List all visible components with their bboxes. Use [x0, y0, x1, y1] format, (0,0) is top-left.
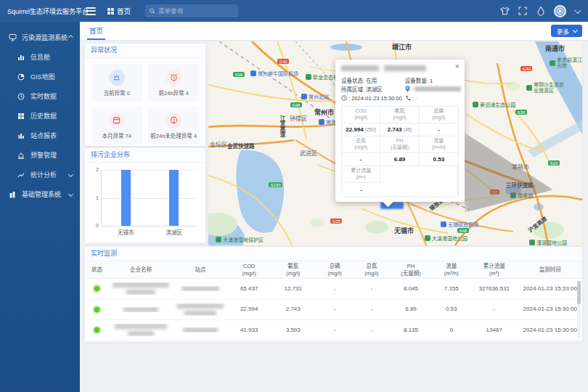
bar: [169, 170, 179, 226]
compass-icon: [17, 73, 25, 81]
company-name-redacted: [109, 307, 173, 312]
map-poi-park[interactable]: ❧老虎岩滨江风光带: [550, 57, 582, 68]
station-name-redacted: [173, 327, 227, 332]
map-district-label: 钟楼区: [290, 114, 307, 122]
sidebar-item-station-report[interactable]: 站点报表: [0, 126, 80, 145]
sidebar-item-label: GIS地图: [30, 72, 55, 81]
line-chart-icon: [17, 171, 25, 179]
alarm-bell-icon: [17, 151, 25, 159]
table-row[interactable]: 41.933 3.593 - - 8.135 0 13467 2024-01-2…: [85, 320, 582, 341]
station-info-popup: × 设备状态: 在用 设备数量: 1 所属区域: 滨湖区 : : 2024-01…: [335, 60, 465, 202]
road-shield: S39: [233, 72, 245, 77]
table-row[interactable]: 65.437 12.731 - - 8.045 7.155 327636.531…: [85, 279, 582, 300]
map-poi-park[interactable]: ❧大浦港湿地保护区: [216, 236, 264, 243]
report-chart-icon: [17, 131, 25, 139]
map-city-label: 常州市: [314, 107, 334, 117]
phone-line: : ·: [405, 94, 461, 102]
y-tick: 1: [91, 195, 99, 200]
user-avatar[interactable]: [554, 5, 566, 17]
map-poi-park[interactable]: ❧新龙生态林: [306, 73, 338, 81]
status-dot-online: [93, 285, 101, 293]
panel-title: 排污企业分布: [85, 148, 205, 163]
train-icon: ■: [301, 94, 307, 99]
table-scrollbar[interactable]: [577, 280, 581, 338]
menu-search[interactable]: [145, 4, 238, 17]
map-poi-park[interactable]: ❧大溪港湿地公园: [425, 234, 467, 242]
sidebar-item-label: 统计分析: [30, 170, 57, 179]
bar-category-label: 滨湖区: [166, 228, 183, 236]
map-canvas[interactable]: 靖江市 南通市 常州市 钟楼区 武进区 金坛区 无锡市 常熟市 ✈常州奔牛国际机…: [208, 41, 582, 245]
stat-card-label: 本月异常 74: [102, 131, 131, 139]
road-shield: S48: [457, 228, 469, 233]
map-road-label: 江宜高速: [278, 115, 286, 137]
road-shield: S38: [515, 110, 527, 115]
sidebar-item-info-cabin[interactable]: 信息舱: [0, 47, 80, 67]
monitor-time-line: : 2024-01-23 15:30:00: [341, 94, 402, 102]
scrollbar-thumb[interactable]: [577, 281, 581, 304]
map-poi-park[interactable]: ❧漕湖湿地公园: [529, 239, 567, 245]
bar-chart-icon: [17, 53, 25, 61]
leaf-icon: ❧: [529, 240, 535, 245]
status-dot-online: [93, 306, 101, 314]
map-poi-airport[interactable]: ✈无锡硕放机场: [441, 221, 478, 228]
sidebar-item-label: 站点报表: [30, 131, 57, 140]
chevron-down-icon: [573, 28, 578, 33]
enterprise-distribution-panel: 排污企业分布 2 1 0 无锡市滨湖区: [85, 148, 205, 243]
road-shield: S19: [548, 160, 560, 166]
map-poi-airport[interactable]: ✈常州奔牛国际机场: [250, 70, 298, 77]
map-district-label: 金坛区: [210, 140, 227, 148]
abnormal-status-panel: 异常状况 当前异常 0 前24h异常 4 本月异常 74: [85, 44, 205, 146]
phone-icon: [405, 95, 411, 101]
status-dot-online: [93, 326, 101, 334]
bar-column: 无锡市: [121, 170, 131, 226]
sidebar-item-alert-management[interactable]: 预警管理: [0, 145, 80, 165]
address-line: :: [405, 86, 461, 93]
stat-card-current-abnormal: 当前异常 0: [91, 64, 143, 102]
airplane-icon: ✈: [441, 221, 446, 227]
road-shield: S48: [290, 102, 302, 107]
top-bar: Squirrel生态环境云服务平台 首页: [0, 0, 588, 22]
topbar-actions: [499, 5, 588, 17]
table-grid-icon: [17, 112, 25, 120]
sidebar-item-basic-management-system[interactable]: 基础管理系统: [0, 184, 80, 204]
user-menu-chevron-down-icon[interactable]: [574, 7, 581, 14]
y-tick: 2: [91, 167, 99, 172]
bar-chart: 2 1 0 无锡市滨湖区: [101, 170, 198, 226]
map-poi-station[interactable]: ■常州北站: [301, 93, 329, 100]
close-icon[interactable]: ×: [455, 62, 460, 70]
flame-icon[interactable]: [536, 6, 546, 16]
map-poi-park[interactable]: ❧常阴沙生态农业旅游区: [526, 82, 564, 93]
map-poi-park[interactable]: ❧黄泗浦生态公园: [473, 101, 515, 108]
leaf-icon: ❧: [425, 235, 430, 241]
hamburger-menu-icon[interactable]: [86, 7, 96, 15]
search-icon: [150, 8, 155, 15]
calendar-icon: [109, 113, 125, 128]
table-row[interactable]: 22.994 2.743 - - 6.89 0.53 - 2024-01-23 …: [85, 300, 582, 321]
leaf-icon: ❧: [526, 85, 532, 91]
popup-title-redacted: [341, 65, 459, 72]
search-input[interactable]: [158, 7, 234, 15]
tab-bar: 首页 更多: [80, 22, 588, 41]
road-shield: S230: [269, 182, 282, 187]
sidebar-item-label: 污染源监测系统: [22, 33, 68, 42]
chevron-down-icon: [68, 172, 73, 177]
theme-skin-icon[interactable]: [499, 6, 510, 16]
map-city-label: 无锡市: [394, 226, 414, 235]
sidebar-item-realtime-data[interactable]: 实时数据: [0, 86, 80, 106]
stat-card-month-abnormal: 本月异常 74: [91, 107, 143, 144]
fullscreen-icon[interactable]: [518, 6, 528, 16]
breadcrumb[interactable]: 首页: [107, 6, 131, 16]
tab-home[interactable]: 首页: [87, 22, 105, 40]
grid-icon: [107, 8, 114, 15]
more-button[interactable]: 更多: [551, 25, 582, 37]
sidebar-item-statistics-analysis[interactable]: 统计分析: [0, 165, 80, 184]
device-status: 设备状态: 在用: [341, 76, 402, 83]
sidebar-item-history-data[interactable]: 历史数据: [0, 106, 80, 126]
device-count: 设备数量: 1: [405, 76, 461, 83]
sidebar-item-gis-map[interactable]: GIS地图: [0, 67, 80, 86]
chevron-up-icon: [68, 35, 73, 40]
sidebar-item-pollution-monitoring-system[interactable]: 污染源监测系统: [0, 28, 80, 47]
gis-map-card: 靖江市 南通市 常州市 钟楼区 武进区 金坛区 无锡市 常熟市 ✈常州奔牛国际机…: [208, 41, 582, 245]
train-icon: ■: [319, 119, 324, 125]
popup-metrics-table: COD(mg/l) 氨氮(mg/l) 总磷(mg/l) 22.994(250) …: [341, 106, 459, 197]
